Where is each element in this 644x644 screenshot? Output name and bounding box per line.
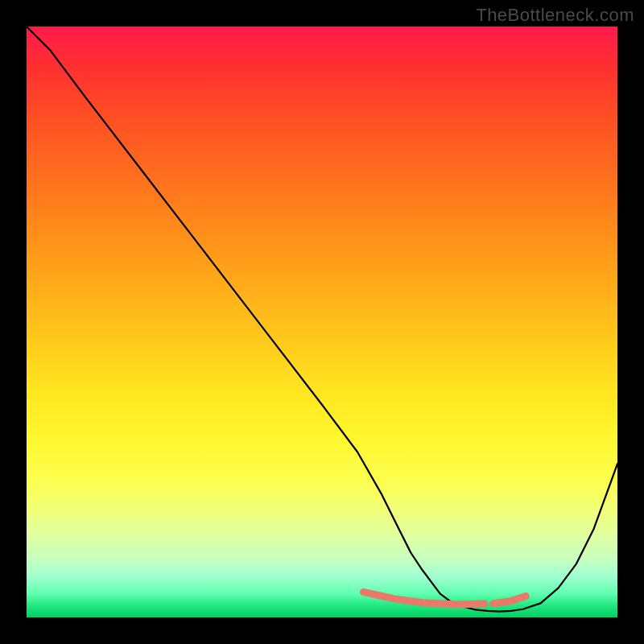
- dashed-segment: [396, 599, 423, 602]
- dashed-segment: [493, 601, 508, 604]
- dashed-segment: [511, 597, 526, 601]
- bottleneck-curve-line: [27, 27, 617, 612]
- curve-dashed-overlay: [363, 592, 526, 605]
- chart-plot-area: [27, 27, 617, 617]
- chart-svg: [27, 27, 617, 617]
- dashed-segment: [363, 592, 393, 598]
- attribution-text: TheBottleneck.com: [476, 5, 634, 26]
- dashed-segment: [458, 604, 485, 605]
- dashed-segment: [425, 603, 455, 605]
